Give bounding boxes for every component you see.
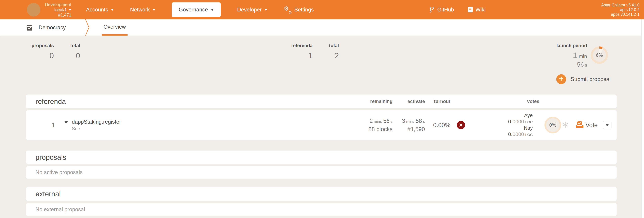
github-label: GitHub [437, 7, 454, 13]
nav-network-label: Network [130, 7, 150, 13]
chain-selector[interactable]: Development local/1 #1,471 [45, 2, 71, 18]
nav-settings-label: Settings [294, 7, 314, 13]
launch-minutes: 1 [573, 51, 577, 60]
tab-overview-active[interactable]: Overview [102, 20, 128, 36]
nay-value: 0.0000LOC [508, 131, 533, 138]
referendum-id: 1 [52, 122, 55, 129]
close-icon [459, 123, 463, 127]
summary-value: 2 [334, 51, 339, 60]
chevron-down-icon [211, 9, 214, 11]
external-title: external [36, 190, 61, 198]
external-empty-card: No external proposal [26, 203, 617, 216]
column-votes: votes [527, 99, 539, 104]
nav-developer-label: Developer [237, 7, 262, 13]
block-hash-sign: # [408, 126, 410, 132]
plus-icon: + [556, 74, 566, 84]
submit-proposal-button[interactable]: + Submit proposal [556, 74, 610, 84]
remaining-cell: 2mins56s 88 blocks [368, 117, 392, 133]
proposals-header-card: proposals [26, 151, 617, 164]
activate-block-number: 1,590 [410, 126, 425, 132]
chain-name: Development [45, 2, 71, 7]
nav-item-developer[interactable]: Developer [237, 7, 267, 13]
vote-dropdown-button[interactable] [603, 121, 612, 129]
summary-proposals-group: proposals 0 total 0 [32, 43, 80, 60]
activate-cell: 3mins58s #1,590 [402, 117, 425, 133]
nav-item-accounts[interactable]: Accounts [86, 7, 114, 13]
proposals-empty-text: No active proposals [36, 169, 82, 175]
vote-button[interactable]: Vote [586, 122, 598, 129]
referendum-row: 1 dappStaking.register See 2mins56s 88 b… [26, 110, 617, 140]
wiki-label: Wiki [476, 7, 486, 13]
api-version: api v12.0.2 [601, 8, 640, 12]
summary-label: total [329, 43, 339, 48]
summary-referenda: referenda 1 [291, 43, 312, 60]
launch-minutes-unit: min [579, 53, 587, 59]
nav-item-network[interactable]: Network [130, 7, 156, 13]
chain-block-number: #1,471 [45, 12, 71, 18]
referendum-method: dappStaking.register [72, 119, 121, 125]
summary-value: 1 [308, 51, 312, 60]
git-branch-icon [430, 7, 434, 13]
expand-row-button[interactable] [64, 124, 68, 127]
breadcrumb-divider [85, 20, 90, 36]
chain-avatar[interactable] [27, 3, 40, 17]
proposals-empty-card: No active proposals [26, 166, 617, 179]
remaining-mins-unit: mins [374, 119, 382, 124]
column-remaining: remaining [370, 99, 392, 104]
chain-node-label: local/1 [54, 7, 67, 12]
launch-period-label: launch period [556, 43, 587, 48]
summary-value: 0 [50, 51, 54, 60]
scrollbar-track[interactable] [642, 20, 644, 218]
breadcrumb: Democracy [27, 25, 66, 31]
summary-label: proposals [32, 43, 54, 48]
remaining-secs-unit: s [390, 119, 392, 124]
column-turnout: turnout [434, 99, 450, 104]
gears-icon: ⚙⚙ [284, 6, 292, 13]
chevron-down-icon [264, 9, 267, 11]
launch-seconds: 56 [577, 61, 584, 68]
votes-cell: Aye 0.0000LOC Nay 0.0000LOC [508, 112, 533, 138]
see-link[interactable]: See [72, 126, 121, 132]
nav-accounts-label: Accounts [86, 7, 108, 13]
failing-status-badge [457, 121, 465, 129]
launch-progress-ring: 6% [591, 46, 608, 64]
referenda-header-card: referenda remaining activate turnout vot… [26, 94, 617, 108]
nav-item-settings[interactable]: ⚙⚙ Settings [284, 6, 314, 13]
submit-proposal-label: Submit proposal [570, 76, 610, 82]
external-header-card: external [26, 187, 617, 201]
aye-value: 0.0000LOC [508, 119, 533, 125]
summary-label: referenda [291, 43, 312, 48]
chevron-down-icon [111, 9, 114, 11]
ballot-icon[interactable] [576, 121, 584, 129]
summary-proposals: proposals 0 [32, 43, 54, 60]
summary-referenda-group: referenda 1 total 2 [291, 43, 339, 60]
tabs-row: Democracy Overview [0, 20, 644, 36]
nav-governance-label: Governance [178, 7, 208, 13]
activate-secs: 58 [416, 118, 422, 124]
activate-mins-unit: mins [406, 119, 414, 124]
summary-launch-period: launch period 1min 56s 6% [556, 43, 608, 68]
summary-proposals-total: total 0 [70, 43, 80, 60]
external-links: GitHub Wiki [430, 7, 486, 13]
nav-item-governance-active[interactable]: Governance [172, 3, 221, 17]
aye-label: Aye [508, 112, 533, 119]
chevron-down-icon [69, 9, 71, 11]
external-empty-text: No external proposal [36, 206, 85, 213]
top-menu-bar: Development local/1 #1,471 Accounts Netw… [0, 0, 644, 20]
chevron-down-icon [606, 124, 609, 126]
support-percent-badge: 0% [544, 117, 561, 133]
proposals-title: proposals [36, 153, 66, 161]
launch-progress-percent: 6% [596, 52, 603, 58]
remaining-secs: 56 [383, 118, 390, 124]
column-activate: activate [408, 99, 425, 104]
turnout-value: 0.00% [433, 122, 450, 129]
wiki-link[interactable]: Wiki [468, 7, 486, 13]
section-name: Democracy [38, 25, 66, 31]
activate-mins: 3 [402, 118, 405, 124]
remaining-mins: 2 [370, 118, 372, 124]
summary-value: 0 [76, 51, 80, 60]
referenda-title: referenda [36, 97, 66, 106]
summary-referenda-total: total 2 [329, 43, 339, 60]
github-link[interactable]: GitHub [430, 7, 454, 13]
main-nav: Accounts Network Governance Developer ⚙⚙… [86, 3, 314, 17]
